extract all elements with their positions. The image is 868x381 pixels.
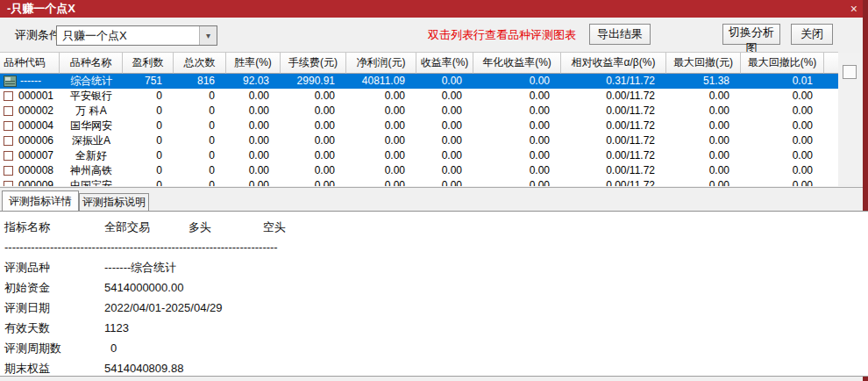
- table-cell: 深振业A: [60, 133, 123, 148]
- detail-col-name: 指标名称: [4, 217, 104, 237]
- column-header-filler: [824, 53, 838, 74]
- column-header[interactable]: 最大回撤比(%): [741, 53, 824, 74]
- symbol-code: 000007: [18, 148, 53, 163]
- table-cell: 0: [123, 104, 174, 119]
- column-header[interactable]: 净利润(元): [346, 53, 416, 74]
- table-scrollbar-thumb[interactable]: [843, 65, 857, 79]
- table-cell: 中国宝安: [60, 178, 123, 186]
- column-header[interactable]: 手续费(元): [281, 53, 346, 74]
- table-row[interactable]: 000007全新好000.000.000.000.000.000.00/11.7…: [0, 148, 838, 163]
- table-cell: 0.00: [226, 89, 281, 104]
- symbol-code: 000006: [18, 133, 53, 148]
- column-header[interactable]: 年化收益率(%): [473, 53, 561, 74]
- table-body: ------综合统计75181692.032990.9140811.090.00…: [0, 74, 838, 186]
- table-cell: 0.00: [226, 148, 281, 163]
- table-cell: 0.00: [226, 163, 281, 178]
- table-cell: 0.00/11.72: [561, 148, 666, 163]
- table-cell: 0.00: [666, 89, 741, 104]
- table-scrollbar[interactable]: [838, 53, 861, 184]
- column-header[interactable]: 相对收益率α/β(%): [561, 53, 666, 74]
- export-results-button[interactable]: 导出结果: [589, 24, 651, 45]
- table-cell: 0.00: [473, 178, 561, 186]
- detail-label: 有效天数: [4, 318, 104, 338]
- titlebar: -只赚一个点X ×: [0, 0, 868, 18]
- detail-value: 2022/04/01-2025/04/29: [104, 301, 222, 314]
- table-row[interactable]: 000008神州高铁000.000.000.000.000.000.00/11.…: [0, 163, 838, 178]
- table-cell: 0.00: [281, 119, 346, 133]
- symbol-code: 000009: [18, 178, 53, 186]
- results-table: 品种代码品种名称盈利数总次数胜率(%)手续费(元)净利润(元)收益率(%)年化收…: [0, 52, 838, 185]
- row-checkbox[interactable]: [4, 136, 13, 146]
- column-header[interactable]: 最大回撤(元): [666, 53, 741, 74]
- table-row[interactable]: 000001平安银行000.000.000.000.000.000.00/11.…: [0, 89, 838, 104]
- condition-value: 只赚一个点X: [62, 26, 127, 45]
- table-cell: 平安银行: [60, 89, 123, 104]
- detail-col-long: 多头: [189, 217, 263, 237]
- row-checkbox[interactable]: [4, 151, 13, 161]
- table-cell: 0: [123, 89, 174, 104]
- condition-combobox[interactable]: 只赚一个点X ▾: [56, 25, 217, 46]
- detail-label: 评测周期数: [4, 338, 104, 358]
- table-cell: 92.03: [226, 74, 281, 89]
- table-cell: 0.00: [473, 148, 561, 163]
- table-cell: 0.00: [346, 148, 416, 163]
- details-panel: 指标名称全部交易多头空头 ---------------------------…: [0, 211, 868, 377]
- table-cell: 0.00: [416, 163, 473, 178]
- table-cell: 0: [174, 133, 226, 148]
- table-cell: 0.00/11.72: [561, 119, 666, 133]
- close-button[interactable]: 关闭: [791, 24, 833, 45]
- row-checkbox[interactable]: [4, 121, 13, 131]
- column-header[interactable]: 胜率(%): [226, 53, 281, 74]
- table-header-row: 品种代码品种名称盈利数总次数胜率(%)手续费(元)净利润(元)收益率(%)年化收…: [0, 53, 838, 74]
- detail-label: 评测品种: [4, 257, 104, 277]
- table-row[interactable]: 000004国华网安000.000.000.000.000.000.00/11.…: [0, 119, 838, 133]
- table-cell: 0: [174, 148, 226, 163]
- table-cell: 0.00: [346, 89, 416, 104]
- table-cell: 0.00: [666, 163, 741, 178]
- row-checkbox[interactable]: [4, 166, 13, 176]
- table-cell: 2990.91: [281, 74, 346, 89]
- table-row[interactable]: 000006深振业A000.000.000.000.000.000.00/11.…: [0, 133, 838, 148]
- table-cell: 综合统计: [60, 74, 123, 89]
- row-checkbox[interactable]: [4, 91, 13, 101]
- column-header[interactable]: 品种代码: [0, 53, 60, 74]
- row-checkbox[interactable]: [4, 106, 13, 116]
- detail-value: 5414040809.88: [104, 362, 183, 375]
- table-cell: 0.00: [473, 74, 561, 89]
- column-header[interactable]: 收益率(%): [416, 53, 473, 74]
- detail-row-final-equity: 期末权益5414040809.88: [4, 358, 868, 378]
- column-header[interactable]: 盈利数: [123, 53, 174, 74]
- table-cell: 0.00: [741, 89, 824, 104]
- table-cell: 0.00: [473, 104, 561, 119]
- detail-value: 1123: [104, 321, 129, 334]
- table-row[interactable]: ------综合统计75181692.032990.9140811.090.00…: [0, 74, 838, 89]
- table-cell: 0.00: [666, 133, 741, 148]
- table-cell: 0.00: [741, 163, 824, 178]
- column-header[interactable]: 总次数: [174, 53, 226, 74]
- symbol-code: 000001: [18, 89, 53, 104]
- tab-indicator-details[interactable]: 评测指标详情: [2, 190, 79, 211]
- table-cell: 0.00: [281, 133, 346, 148]
- table-cell: 0.00: [346, 119, 416, 133]
- table-cell: 0.00: [281, 89, 346, 104]
- table-cell: 0.00: [416, 89, 473, 104]
- table-cell: 0.00: [741, 133, 824, 148]
- app-window: -只赚一个点X × 评测条件: 只赚一个点X ▾ 双击列表行查看品种评测图表 导…: [0, 0, 868, 381]
- tab-bar: 评测指标详情 评测指标说明: [0, 187, 868, 211]
- symbol-code: ------: [20, 74, 41, 89]
- table-row[interactable]: 000009中国宝安000.000.000.000.000.000.00/11.…: [0, 178, 838, 186]
- table-cell: 0.00: [666, 148, 741, 163]
- table-cell: 0: [123, 119, 174, 133]
- table-cell: 0.00: [416, 74, 473, 89]
- titlebar-close-icon[interactable]: ×: [850, 0, 857, 18]
- chevron-down-icon[interactable]: ▾: [199, 26, 217, 45]
- tab-indicator-help[interactable]: 评测指标说明: [79, 193, 149, 211]
- switch-analysis-chart-button[interactable]: 切换分析图: [722, 24, 780, 45]
- table-cell: 0.00: [416, 148, 473, 163]
- table-cell: 0.00: [666, 178, 741, 186]
- column-header[interactable]: 品种名称: [60, 53, 123, 74]
- detail-row-date-range: 评测日期2022/04/01-2025/04/29: [4, 298, 868, 318]
- row-checkbox[interactable]: [4, 181, 13, 186]
- table-row[interactable]: 000002万 科A000.000.000.000.000.000.00/11.…: [0, 104, 838, 119]
- table-cell: 0.00/11.72: [561, 89, 666, 104]
